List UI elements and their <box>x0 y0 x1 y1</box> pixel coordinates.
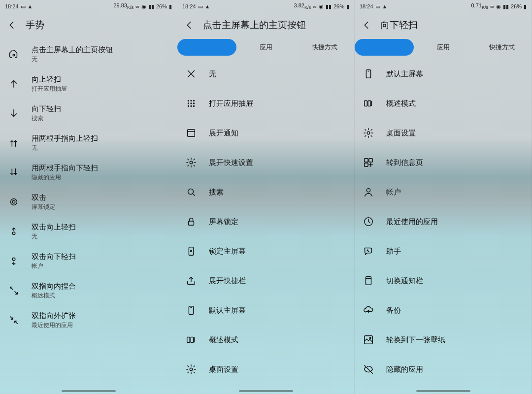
tabs: 应用 快捷方式 <box>355 37 532 57</box>
list-item[interactable]: 双击屏幕锁定 <box>7 187 170 217</box>
item-sub: 无 <box>32 56 113 64</box>
titlebar: 手势 <box>0 13 177 37</box>
cat-icon: ▲ <box>205 3 210 9</box>
list-item[interactable]: 默认主屏幕 <box>184 296 347 325</box>
list-item[interactable]: 助手 <box>362 236 525 266</box>
item-label: 桌面设置 <box>386 128 416 138</box>
item-label: 搜索 <box>209 187 224 197</box>
widgets-icon <box>362 156 375 169</box>
item-label: 用两根手指向下轻扫 <box>32 163 98 173</box>
item-label: 点击主屏幕上的主页按钮 <box>32 45 113 55</box>
item-label: 桌面设置 <box>209 364 238 374</box>
action-list: 无打开应用抽屉展开通知展开快速设置搜索屏幕锁定锁定主屏幕展开快捷栏默认主屏幕概述… <box>177 57 354 394</box>
image-icon: ▭ <box>198 3 203 10</box>
list-item[interactable]: 概述模式 <box>184 325 347 355</box>
expand-top-icon <box>184 126 198 140</box>
list-item[interactable]: 搜索 <box>184 177 347 207</box>
signal-icon: ▮▮ <box>148 3 154 10</box>
item-label: 双击向上轻扫 <box>32 222 76 232</box>
gear-icon <box>184 156 198 169</box>
list-item[interactable]: 桌面设置 <box>362 118 525 148</box>
tab-shortcuts[interactable]: 快捷方式 <box>295 39 354 56</box>
nav-hint <box>62 390 116 392</box>
list-item[interactable]: 双指向外扩张最近使用的应用 <box>7 305 170 335</box>
tab-apps[interactable]: 应用 <box>236 39 296 56</box>
item-label: 转到信息页 <box>386 158 423 167</box>
list-item[interactable]: 向下轻扫搜索 <box>7 98 170 128</box>
list-item[interactable]: 用两根手指向下轻扫隐藏的应用 <box>7 158 170 187</box>
list-item[interactable]: 点击主屏幕上的主页按钮无 <box>7 39 170 69</box>
tab-launcher[interactable] <box>355 39 414 56</box>
list-item[interactable]: 向上轻扫打开应用抽屉 <box>7 69 170 98</box>
home-tap-icon <box>7 47 21 61</box>
battery-icon: ▮ <box>169 3 172 10</box>
cat-icon: ▲ <box>28 3 33 9</box>
list-item[interactable]: 最近使用的应用 <box>362 207 525 236</box>
glasses-icon: ∞ <box>490 3 494 9</box>
list-item[interactable]: 锁定主屏幕 <box>184 236 347 266</box>
list-item[interactable]: 切换通知栏 <box>362 266 525 296</box>
lock-screen-icon <box>184 244 198 258</box>
item-sub: 无 <box>32 144 98 152</box>
wifi-icon: ◉ <box>496 3 501 10</box>
list-item[interactable]: 展开快速设置 <box>184 148 347 177</box>
list-item[interactable]: 帐户 <box>362 177 525 207</box>
status-bar: 18:24 ▭ ▲ 0.71K/s ∞ ◉ ▮▮ 26% ▮ <box>355 0 532 13</box>
list-item[interactable]: 转到信息页 <box>362 148 525 177</box>
list-item[interactable]: 桌面设置 <box>184 355 347 384</box>
account-icon <box>362 185 375 199</box>
item-label: 无 <box>209 69 216 79</box>
item-label: 向下轻扫 <box>32 104 61 114</box>
list-item[interactable]: 默认主屏幕 <box>362 59 525 89</box>
list-item[interactable]: 无 <box>184 59 347 89</box>
list-item[interactable]: 打开应用抽屉 <box>184 89 347 118</box>
net-rate: 0.71K/s <box>471 2 488 10</box>
item-label: 隐藏的应用 <box>386 364 423 374</box>
item-label: 用两根手指向上轻扫 <box>32 133 98 143</box>
back-button[interactable] <box>361 19 372 31</box>
list-item[interactable]: 用两根手指向上轻扫无 <box>7 128 170 158</box>
item-label: 最近使用的应用 <box>386 217 438 227</box>
item-label: 打开应用抽屉 <box>209 98 253 108</box>
back-button[interactable] <box>183 19 195 31</box>
list-item[interactable]: 备份 <box>362 296 525 325</box>
list-item[interactable]: 屏幕锁定 <box>184 207 347 236</box>
phone-icon <box>184 303 198 317</box>
close-icon <box>184 67 198 81</box>
recent-icon <box>362 215 375 229</box>
list-item[interactable]: 双指向内捏合概述模式 <box>7 276 170 305</box>
status-time: 18:24 <box>360 3 373 9</box>
wifi-icon: ◉ <box>141 3 146 10</box>
list-item[interactable]: 展开快捷栏 <box>184 266 347 296</box>
pinch-in-icon <box>7 284 21 297</box>
list-item[interactable]: 展开通知 <box>184 118 347 148</box>
item-label: 锁定主屏幕 <box>209 246 246 256</box>
titlebar: 点击主屏幕上的主页按钮 <box>177 13 354 37</box>
item-label: 切换通知栏 <box>386 276 423 286</box>
item-label: 助手 <box>386 246 401 256</box>
tab-apps[interactable]: 应用 <box>414 39 473 56</box>
item-sub: 帐户 <box>32 263 76 270</box>
item-sub: 打开应用抽屉 <box>32 85 67 93</box>
tab-launcher[interactable] <box>177 39 236 56</box>
nav-hint <box>239 390 293 392</box>
signal-icon: ▮▮ <box>503 3 509 10</box>
battery-pct: 26% <box>156 3 167 9</box>
phone-icon <box>362 67 375 81</box>
list-item[interactable]: 概述模式 <box>362 89 525 118</box>
battery-pct: 26% <box>333 3 344 9</box>
list-item[interactable]: 双击向下轻扫帐户 <box>7 246 170 276</box>
list-item[interactable]: 轮换到下一张壁纸 <box>362 325 525 355</box>
list-item[interactable]: 隐藏的应用 <box>362 355 525 384</box>
dtap-down-icon <box>7 254 21 268</box>
signal-icon: ▮▮ <box>326 3 332 10</box>
status-bar: 18:24 ▭ ▲ 3.82K/s ∞ ◉ ▮▮ 26% ▮ <box>177 0 354 13</box>
item-label: 展开通知 <box>209 128 238 138</box>
back-button[interactable] <box>6 19 18 31</box>
double-tap-icon <box>7 195 21 209</box>
list-item[interactable]: 双击向上轻扫无 <box>7 217 170 246</box>
net-rate: 3.82K/s <box>294 2 311 10</box>
tab-shortcuts[interactable]: 快捷方式 <box>472 39 532 56</box>
overview-icon <box>184 333 198 347</box>
pinch-out-icon <box>7 313 21 327</box>
